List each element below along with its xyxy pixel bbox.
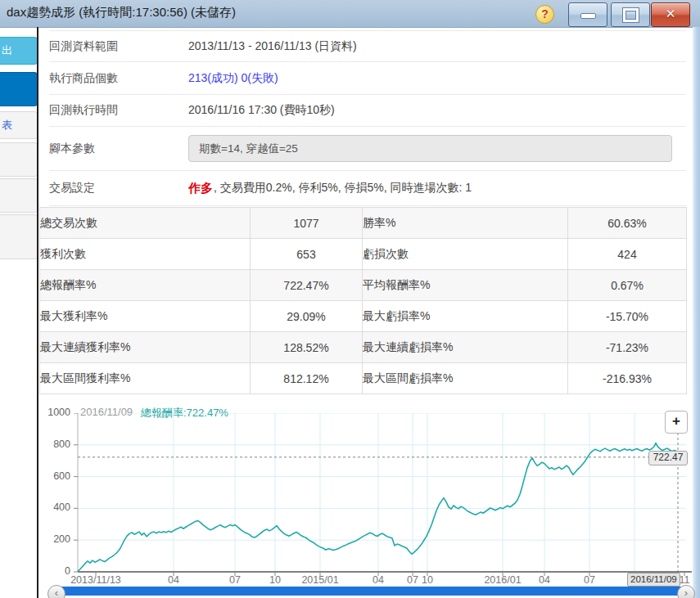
info-row-3: 回測執行時間2016/11/16 17:30 (費時10秒) (49, 95, 686, 127)
close-button[interactable]: ✕ (651, 2, 690, 27)
info-row-2: 執行商品個數213(成功) 0(失敗) (49, 62, 686, 95)
close-icon: ✕ (652, 3, 689, 25)
y-tick-label: 400 (33, 501, 70, 513)
table-row: 最大區間獲利率%812.12%最大區間虧損率%-216.93% (40, 363, 687, 394)
titlebar: dax趨勢成形 (執行時間:17:30:56) (未儲存) ? ✕ (0, 0, 700, 28)
equity-curve-chart[interactable] (72, 413, 692, 578)
stat-value: 29.09% (251, 301, 363, 332)
table-row: 獲利次數653虧損次數424 (40, 239, 687, 270)
stats-table: 總交易次數1077勝率%60.63%獲利次數653虧損次數424總報酬率%722… (39, 207, 687, 394)
stat-label: 最大虧損率% (363, 301, 568, 332)
chart-range-scrollbar[interactable] (54, 587, 686, 596)
info-row-5: 交易設定作多, 交易費用0.2%, 停利5%, 停損5%, 同時進場次數: 1 (49, 171, 686, 206)
help-icon[interactable]: ? (535, 5, 554, 24)
chart-date-tooltip: 2016/11/09 (627, 573, 680, 587)
chart-last-value-box: 722.47 (648, 451, 688, 465)
sidebar-button-5[interactable] (0, 178, 38, 213)
minimize-icon (580, 13, 596, 19)
sidebar-button-2[interactable] (0, 72, 38, 106)
info-label: 交易設定 (49, 181, 188, 196)
sidebar-button-4[interactable] (0, 142, 38, 177)
info-value: 2016/11/16 17:30 (費時10秒) (188, 103, 335, 118)
equity-curve-line (78, 443, 682, 572)
info-rows: 回測資料範圍2013/11/13 - 2016/11/13 (日資料)執行商品個… (49, 30, 686, 206)
script-params-field[interactable]: 期數=14, 穿越值=25 (188, 135, 672, 162)
stat-value: 128.52% (251, 332, 363, 363)
sidebar-button-1[interactable]: 出 (0, 37, 38, 65)
sidebar-button-3[interactable]: 表 (0, 111, 38, 139)
minimize-button[interactable] (568, 2, 607, 27)
stat-value: 1077 (251, 208, 363, 239)
maximize-icon (623, 8, 639, 22)
scroll-left-button[interactable]: ‹ (47, 585, 65, 598)
stat-value: 0.67% (568, 270, 687, 301)
window-title: dax趨勢成形 (執行時間:17:30:56) (未儲存) (7, 5, 236, 20)
instrument-count-link[interactable]: 213(成功) 0(失敗) (188, 71, 278, 86)
table-row: 最大連續獲利率%128.52%最大連續虧損率%-71.23% (40, 332, 687, 363)
y-tick-label: 200 (33, 533, 70, 545)
y-tick-label: 600 (33, 470, 70, 482)
table-row: 總交易次數1077勝率%60.63% (40, 208, 687, 239)
stat-value: 722.47% (251, 270, 363, 301)
maximize-button[interactable] (611, 2, 650, 27)
stat-value: 653 (251, 239, 363, 270)
stat-value: -15.70% (568, 301, 687, 332)
x-tick-label: 2013/11/13 (61, 574, 130, 586)
trade-direction-value: 作多 (188, 181, 213, 196)
stat-value: -71.23% (568, 332, 687, 363)
stat-label: 虧損次數 (363, 239, 568, 270)
stat-label: 最大連續虧損率% (363, 332, 568, 363)
stat-label: 勝率% (363, 208, 568, 239)
scroll-right-button[interactable]: › (677, 585, 695, 598)
info-row-1: 回測資料範圍2013/11/13 - 2016/11/13 (日資料) (49, 31, 686, 62)
stat-label: 總交易次數 (40, 208, 251, 239)
y-tick-label: 800 (33, 438, 70, 450)
stat-value: 812.12% (251, 363, 363, 394)
stat-label: 最大區間獲利率% (40, 363, 251, 394)
info-value: 2013/11/13 - 2016/11/13 (日資料) (188, 39, 357, 54)
info-row-4: 腳本參數期數=14, 穿越值=25 (49, 127, 686, 171)
stat-label: 平均報酬率% (363, 270, 568, 301)
y-tick-label: 1000 (33, 407, 70, 418)
stat-label: 最大獲利率% (40, 301, 251, 332)
info-label: 執行商品個數 (49, 71, 188, 86)
table-row: 總報酬率%722.47%平均報酬率%0.67% (40, 270, 687, 301)
chart-zoom-button[interactable]: + (665, 411, 688, 434)
backtest-result-window: dax趨勢成形 (執行時間:17:30:56) (未儲存) ? ✕ 出表 回測資… (0, 0, 700, 598)
stat-label: 獲利次數 (40, 239, 251, 270)
stat-label: 最大區間虧損率% (363, 363, 568, 394)
x-tick-label: 04 (139, 574, 208, 586)
x-tick-label: 10 (393, 574, 462, 586)
trade-settings-value: , 交易費用0.2%, 停利5%, 停損5%, 同時進場次數: 1 (214, 181, 472, 196)
stat-label: 總報酬率% (40, 270, 251, 301)
info-label: 回測執行時間 (49, 103, 188, 118)
sidebar-button-6[interactable] (0, 214, 38, 259)
window-edge-strip (693, 27, 700, 598)
stat-value: 60.63% (568, 208, 687, 239)
info-label: 回測資料範圍 (49, 39, 188, 54)
stat-value: -216.93% (568, 363, 687, 394)
stat-label: 最大連續獲利率% (40, 332, 251, 363)
info-label: 腳本參數 (49, 142, 188, 156)
stat-value: 424 (568, 239, 687, 270)
table-row: 最大獲利率%29.09%最大虧損率%-15.70% (40, 301, 687, 332)
